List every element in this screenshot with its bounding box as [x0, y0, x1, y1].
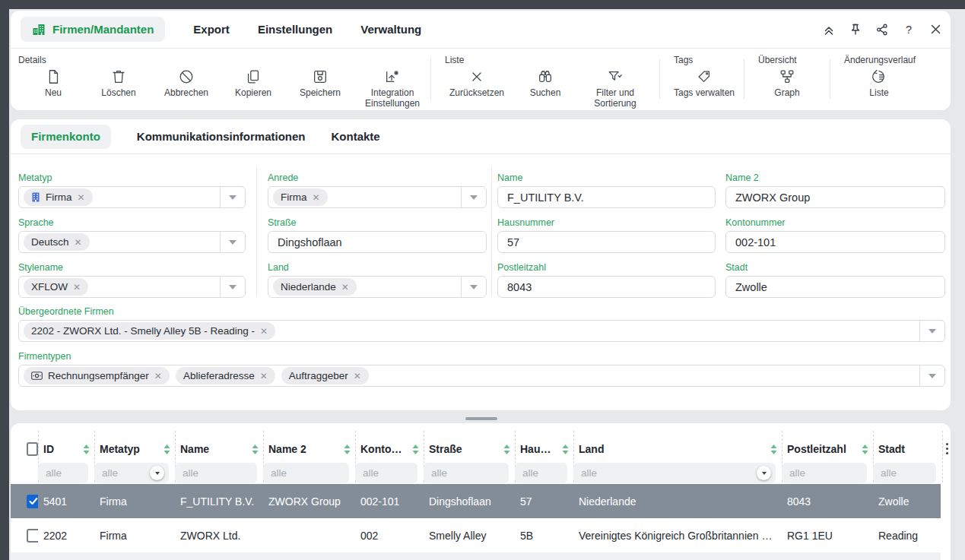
- tab-firmen-mandanten[interactable]: Firmen/Mandanten: [21, 17, 165, 42]
- chevron-down-icon[interactable]: [461, 187, 486, 207]
- filter-name[interactable]: [175, 463, 257, 483]
- kontonummer-input[interactable]: [726, 236, 944, 248]
- table-row-selected[interactable]: 5401 Firma F_UTILITY B.V. ZWORX Group 00…: [11, 484, 941, 518]
- neu-button[interactable]: Neu: [21, 68, 85, 99]
- cancel-icon: [178, 68, 195, 85]
- integration-einstellungen-button[interactable]: Integration Einstellungen: [354, 68, 430, 109]
- tab-einstellungen[interactable]: Einstellungen: [258, 23, 332, 36]
- help-icon[interactable]: ?: [901, 22, 916, 37]
- name2-input[interactable]: [726, 191, 944, 204]
- filter-name2[interactable]: [263, 463, 349, 483]
- suchen-button[interactable]: Suchen: [513, 68, 577, 99]
- binoculars-icon: [537, 68, 554, 85]
- zuruecksetzen-button[interactable]: Zurücksetzen: [440, 68, 513, 99]
- sort-icon[interactable]: [411, 444, 420, 455]
- filter-dropdown-icon[interactable]: [150, 466, 164, 480]
- tab-firmenkonto[interactable]: Firmenkonto: [21, 125, 111, 149]
- uebergeordnete-firmen-select[interactable]: 2202 - ZWORX Ltd. - Smelly Alley 5B - Re…: [18, 320, 945, 342]
- chip-remove-icon[interactable]: ✕: [341, 282, 349, 293]
- table-row-partial[interactable]: [11, 552, 941, 560]
- table-menu-icon[interactable]: [946, 443, 948, 454]
- banknote-icon: [31, 372, 43, 380]
- chip-remove-icon[interactable]: ✕: [75, 237, 82, 248]
- chip-remove-icon[interactable]: ✕: [260, 326, 268, 337]
- chevron-down-icon[interactable]: [461, 277, 486, 297]
- table-header: ID Metatyp Name Name 2 Konto… Straße Hau…: [11, 435, 942, 463]
- chevron-down-icon[interactable]: [919, 321, 944, 341]
- filter-dropdown-icon[interactable]: [757, 466, 771, 480]
- row-checkbox[interactable]: [27, 529, 38, 543]
- pin-icon[interactable]: [848, 22, 863, 37]
- table-row[interactable]: 2202 Firma ZWORX Ltd. 002 Smelly Alley 5…: [11, 518, 941, 552]
- content-tabs: Firmenkonto Kommunikationsinformationen …: [11, 119, 951, 154]
- title-toolbar-panel: Firmen/Mandanten Export Einstellungen Ve…: [11, 11, 951, 110]
- column-header-postleitzahl[interactable]: Postleitzahl: [782, 435, 873, 463]
- filter-id[interactable]: [38, 463, 88, 483]
- sort-icon[interactable]: [343, 444, 351, 455]
- chip-remove-icon[interactable]: ✕: [78, 192, 85, 203]
- sort-icon[interactable]: [561, 444, 570, 455]
- sort-icon[interactable]: [861, 444, 869, 455]
- panel-resize-handle[interactable]: [465, 417, 497, 420]
- loeschen-button[interactable]: Löschen: [85, 68, 152, 99]
- sprache-select[interactable]: Deutsch✕: [18, 231, 246, 253]
- column-header-id[interactable]: ID: [38, 435, 94, 463]
- sort-icon[interactable]: [163, 444, 171, 455]
- tab-kontakte[interactable]: Kontakte: [332, 130, 380, 143]
- land-select[interactable]: Niederlande✕: [268, 276, 487, 298]
- chip-remove-icon[interactable]: ✕: [313, 192, 320, 203]
- share-icon[interactable]: [875, 22, 890, 37]
- chevron-down-icon[interactable]: [220, 187, 245, 207]
- column-header-metatyp[interactable]: Metatyp: [94, 435, 175, 463]
- metatyp-select[interactable]: Firma ✕: [18, 186, 246, 208]
- firmentypen-select[interactable]: Rechnungsempfänger✕ Ablieferadresse✕ Auf…: [18, 365, 945, 387]
- filter-kontonummer[interactable]: [355, 463, 417, 483]
- name-input[interactable]: [498, 191, 715, 204]
- abbrechen-button[interactable]: Abbrechen: [152, 68, 221, 99]
- hausnummer-input[interactable]: [498, 236, 715, 248]
- filter-hausnummer[interactable]: [515, 463, 567, 483]
- postleitzahl-input[interactable]: [498, 281, 715, 293]
- select-all-checkbox[interactable]: [27, 442, 38, 456]
- field-label: Sprache: [18, 217, 246, 228]
- tab-verwaltung[interactable]: Verwaltung: [360, 23, 421, 36]
- column-header-strasse[interactable]: Straße: [424, 435, 515, 463]
- column-header-name[interactable]: Name: [175, 435, 263, 463]
- column-header-hausnummer[interactable]: Hau…: [515, 435, 573, 463]
- tab-export[interactable]: Export: [193, 23, 230, 36]
- filter-sortierung-button[interactable]: Filter und Sortierung: [577, 68, 653, 109]
- filter-postleitzahl[interactable]: [782, 463, 867, 483]
- close-icon[interactable]: [928, 22, 943, 37]
- anrede-select[interactable]: Firma✕: [268, 186, 487, 208]
- chip-remove-icon[interactable]: ✕: [354, 371, 361, 381]
- filter-land[interactable]: [573, 463, 776, 483]
- sort-icon[interactable]: [82, 444, 90, 455]
- chevron-down-icon[interactable]: [919, 365, 944, 386]
- filter-stadt[interactable]: [873, 463, 936, 483]
- column-header-stadt[interactable]: Stadt: [873, 435, 942, 463]
- field-label: Metatyp: [18, 172, 246, 183]
- sort-icon[interactable]: [251, 444, 259, 455]
- tab-kommunikationsinformationen[interactable]: Kommunikationsinformationen: [137, 130, 306, 143]
- column-header-land[interactable]: Land: [573, 435, 782, 463]
- sort-icon[interactable]: [770, 444, 778, 455]
- collapse-icon[interactable]: [821, 22, 836, 37]
- strasse-input[interactable]: [268, 236, 486, 248]
- column-header-kontonummer[interactable]: Konto…: [355, 435, 424, 463]
- column-header-name2[interactable]: Name 2: [263, 435, 355, 463]
- row-checkbox-checked[interactable]: [27, 495, 38, 508]
- stadt-input[interactable]: [726, 281, 944, 293]
- kopieren-button[interactable]: Kopieren: [221, 68, 286, 99]
- sort-icon[interactable]: [503, 444, 511, 455]
- chip-remove-icon[interactable]: ✕: [73, 282, 81, 293]
- graph-button[interactable]: Graph: [752, 68, 822, 99]
- chip-remove-icon[interactable]: ✕: [260, 371, 268, 381]
- aenderungsverlauf-liste-button[interactable]: Liste: [841, 68, 917, 99]
- speichern-button[interactable]: Speichern: [286, 68, 354, 99]
- stylename-select[interactable]: XFLOW✕: [18, 276, 246, 298]
- chevron-down-icon[interactable]: [220, 277, 245, 297]
- filter-strasse[interactable]: [424, 463, 509, 483]
- chip-remove-icon[interactable]: ✕: [154, 371, 162, 381]
- chevron-down-icon[interactable]: [220, 232, 245, 252]
- tags-verwalten-button[interactable]: Tags verwalten: [665, 68, 744, 99]
